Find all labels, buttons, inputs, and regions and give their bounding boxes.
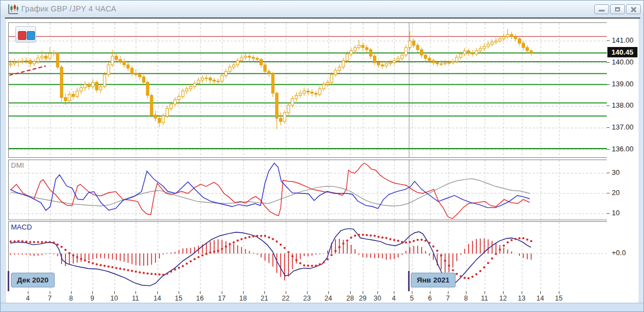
- price-tick-label: 139.00: [612, 80, 634, 88]
- time-axis-tick: [394, 291, 394, 294]
- current-price-tag: 140.45: [607, 47, 637, 57]
- dmi-tick-label: 10: [612, 209, 619, 217]
- time-axis-tick: [92, 291, 93, 294]
- time-axis: 4789101114151617182122232428293045678111…: [8, 291, 607, 303]
- chart-window: График GBP /JPY 4 ЧАСА DMI MACD Дек 2020…: [0, 0, 644, 312]
- time-tick-label: 16: [196, 295, 204, 302]
- time-tick-label: 9: [91, 295, 94, 302]
- close-button[interactable]: [626, 4, 641, 14]
- time-axis-tick: [243, 291, 244, 294]
- axis-tick: [607, 84, 610, 85]
- time-tick-label: 11: [132, 295, 139, 302]
- month-label-dec: Дек 2020: [11, 273, 55, 287]
- price-tick-label: 138.00: [612, 101, 634, 109]
- time-tick-label: 4: [392, 295, 396, 302]
- time-tick-label: 29: [359, 295, 367, 302]
- time-axis-tick: [264, 291, 265, 294]
- blue-square-button[interactable]: [27, 31, 35, 40]
- time-axis-tick: [350, 291, 351, 294]
- time-axis-tick: [50, 291, 50, 294]
- window-title: График GBP /JPY 4 ЧАСА: [21, 4, 116, 13]
- time-axis-tick: [559, 291, 559, 294]
- axis-tick: [607, 127, 610, 128]
- time-axis-tick: [222, 291, 222, 294]
- dmi-tick-label: 20: [612, 189, 619, 197]
- time-tick-label: 6: [428, 295, 432, 302]
- price-panel[interactable]: [8, 22, 608, 158]
- time-axis-tick: [179, 291, 179, 294]
- time-tick-label: 7: [48, 295, 52, 302]
- time-tick-label: 23: [303, 295, 311, 302]
- price-tick-label: 141.00: [612, 36, 634, 44]
- time-axis-tick: [430, 291, 430, 294]
- chart-mini-toolbar: [15, 26, 36, 43]
- month-label-jan: Янв 2021: [411, 273, 456, 287]
- time-axis-tick: [71, 291, 72, 294]
- macd-zero-label: +0.0: [612, 249, 626, 257]
- minimize-button[interactable]: [594, 4, 609, 14]
- axis-tick: [607, 62, 610, 63]
- time-axis-tick: [377, 291, 378, 294]
- time-tick-label: 30: [374, 295, 381, 302]
- axis-tick: [607, 213, 610, 214]
- dmi-chart-canvas[interactable]: [9, 160, 607, 220]
- restore-icon: [615, 7, 620, 11]
- time-tick-label: 24: [324, 295, 332, 302]
- time-tick-label: 7: [446, 295, 450, 302]
- time-axis-tick: [328, 291, 329, 294]
- time-axis-tick: [485, 291, 485, 294]
- axis-tick: [607, 173, 610, 173]
- bottom-strip: [1, 303, 643, 312]
- time-tick-label: 18: [239, 295, 247, 302]
- time-tick-label: 10: [110, 295, 118, 302]
- time-tick-label: 21: [261, 295, 268, 302]
- time-tick-label: 14: [153, 295, 161, 302]
- month-separator-jan: [408, 271, 410, 291]
- macd-label: MACD: [11, 223, 32, 231]
- time-axis-tick: [448, 291, 448, 294]
- time-tick-label: 12: [499, 295, 507, 302]
- time-axis-tick: [307, 291, 308, 294]
- red-square-button[interactable]: [18, 31, 26, 40]
- dmi-panel[interactable]: DMI: [8, 160, 608, 220]
- price-axis: 140.45 +0.0 141.00140.00139.00138.00137.…: [607, 19, 639, 303]
- titlebar[interactable]: График GBP /JPY 4 ЧАСА: [1, 1, 643, 17]
- dmi-tick-label: 30: [612, 168, 619, 176]
- time-tick-label: 15: [175, 295, 182, 302]
- time-axis-tick: [157, 291, 158, 294]
- time-axis-tick: [540, 291, 541, 294]
- time-axis-tick: [466, 291, 466, 294]
- time-tick-label: 8: [464, 295, 468, 302]
- time-tick-label: 4: [26, 295, 30, 302]
- time-tick-label: 15: [555, 295, 563, 302]
- time-tick-label: 28: [346, 295, 354, 302]
- axis-tick: [607, 105, 610, 106]
- minimize-icon: [599, 10, 605, 11]
- time-tick-label: 22: [282, 295, 289, 302]
- dmi-label: DMI: [11, 161, 24, 169]
- time-axis-tick: [200, 291, 200, 294]
- price-tick-label: 140.00: [612, 58, 634, 66]
- time-tick-label: 13: [518, 295, 525, 302]
- restore-button[interactable]: [610, 4, 625, 14]
- price-tick-label: 137.00: [612, 123, 634, 131]
- time-axis-tick: [28, 291, 28, 294]
- time-axis-tick: [135, 291, 136, 294]
- time-tick-label: 5: [410, 295, 414, 302]
- time-axis-tick: [114, 291, 115, 294]
- axis-tick: [607, 193, 610, 193]
- macd-chart-canvas[interactable]: [9, 222, 607, 291]
- time-axis-tick: [412, 291, 412, 294]
- time-tick-label: 14: [536, 295, 544, 302]
- month-separator-dec: [8, 271, 9, 291]
- price-tick-label: 136.00: [612, 145, 634, 153]
- time-axis-tick: [522, 291, 522, 294]
- time-axis-tick: [363, 291, 363, 294]
- time-axis-tick: [503, 291, 504, 294]
- axis-tick: [607, 149, 610, 150]
- time-axis-tick: [286, 291, 286, 294]
- macd-panel[interactable]: MACD: [8, 221, 608, 292]
- price-chart-canvas[interactable]: [9, 23, 607, 157]
- axis-tick: [607, 40, 610, 41]
- time-tick-label: 17: [218, 295, 226, 302]
